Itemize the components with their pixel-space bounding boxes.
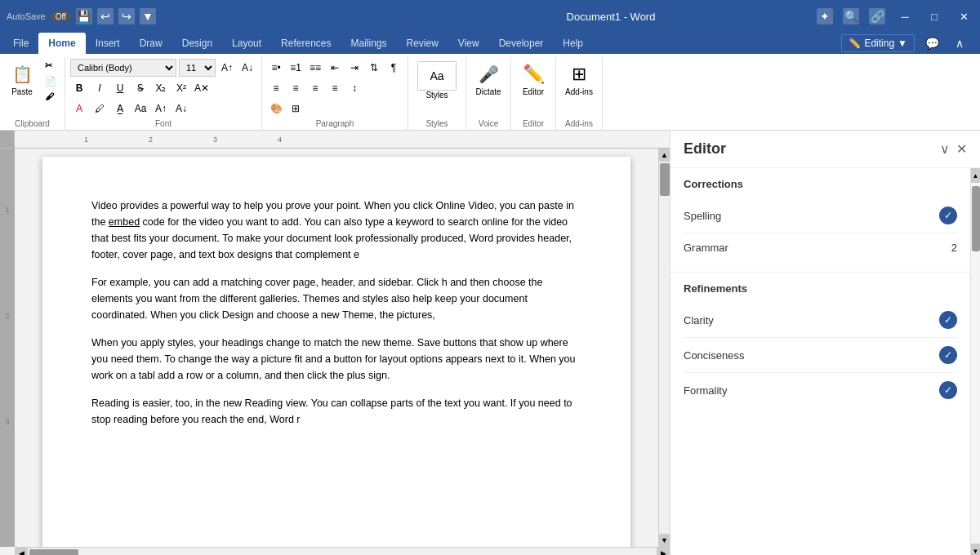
justify-button[interactable]: ≡ — [326, 79, 344, 97]
text-color-button[interactable]: A̲ — [111, 100, 129, 118]
autosave-toggle[interactable]: Off — [51, 11, 71, 22]
editor-group: ✏️ Editor Editor — [511, 57, 556, 130]
vertical-scrollbar[interactable]: ▲ ▼ — [658, 149, 670, 547]
tab-layout[interactable]: Layout — [222, 33, 271, 54]
tab-mailings[interactable]: Mailings — [341, 33, 396, 54]
font-case-btn3[interactable]: A↓ — [172, 100, 190, 118]
editing-badge[interactable]: ✏️ Editing ▼ — [841, 34, 915, 52]
font-size-select[interactable]: 11 — [179, 59, 216, 77]
bullets-button[interactable]: ≡• — [267, 59, 285, 77]
paste-icon: 📋 — [9, 61, 35, 87]
font-name-select[interactable]: Calibri (Body) — [70, 59, 176, 77]
multilevel-button[interactable]: ≡≡ — [306, 59, 324, 77]
restore-btn[interactable]: □ — [924, 7, 944, 26]
conciseness-item[interactable]: Conciseness ✓ — [684, 338, 957, 373]
pilcrow-button[interactable]: ¶ — [385, 59, 403, 77]
formality-item[interactable]: Formality ✓ — [684, 373, 957, 407]
grammar-item[interactable]: Grammar 2 — [684, 233, 957, 262]
horizontal-scrollbar[interactable]: ◀ ▶ — [15, 547, 670, 555]
editor-button[interactable]: ✏️ Editor — [516, 59, 550, 99]
copilot-icon[interactable]: ✦ — [817, 8, 833, 24]
close-btn[interactable]: ✕ — [954, 7, 973, 26]
styles-button[interactable]: Aa Styles — [413, 59, 461, 102]
align-center-button[interactable]: ≡ — [287, 79, 305, 97]
comments-icon[interactable]: 💬 — [921, 33, 942, 54]
minimize-btn[interactable]: ─ — [895, 7, 915, 26]
italic-button[interactable]: I — [91, 79, 109, 97]
bold-button[interactable]: B — [70, 79, 88, 97]
tab-file[interactable]: File — [3, 33, 38, 54]
format-painter-button[interactable]: 🖌 — [42, 90, 60, 103]
copy-button[interactable]: 📄 — [42, 74, 60, 88]
editor-collapse-icon[interactable]: ∨ — [940, 141, 950, 157]
save-icon[interactable]: 💾 — [76, 8, 92, 24]
tab-references[interactable]: References — [271, 33, 341, 54]
font-grow-button[interactable]: A↑ — [218, 59, 236, 77]
undo-icon[interactable]: ↩ — [97, 8, 114, 24]
align-right-button[interactable]: ≡ — [306, 79, 324, 97]
spelling-item[interactable]: Spelling ✓ — [684, 198, 957, 233]
paste-button[interactable]: 📋 Paste — [5, 59, 39, 99]
corrections-section: Corrections Spelling ✓ Grammar 2 — [670, 168, 970, 272]
tab-review[interactable]: Review — [397, 33, 448, 54]
font-case-button[interactable]: Aa — [131, 100, 149, 118]
tab-design[interactable]: Design — [172, 33, 222, 54]
h-scroll-thumb[interactable] — [29, 549, 78, 556]
search-icon[interactable]: 🔍 — [843, 8, 859, 24]
para-row-1: ≡• ≡1 ≡≡ ⇤ ⇥ ⇅ ¶ — [267, 59, 403, 77]
numbering-button[interactable]: ≡1 — [287, 59, 305, 77]
dictate-icon: 🎤 — [475, 61, 501, 87]
font-case-btn2[interactable]: A↑ — [152, 100, 170, 118]
panel-scroll-thumb[interactable] — [972, 186, 980, 251]
scroll-left-btn[interactable]: ◀ — [15, 548, 28, 556]
tab-developer[interactable]: Developer — [489, 33, 554, 54]
scroll-up-btn[interactable]: ▲ — [659, 149, 670, 162]
superscript-button[interactable]: X² — [172, 79, 190, 97]
redo-icon[interactable]: ↪ — [118, 8, 135, 24]
panel-scroll-up[interactable]: ▲ — [971, 168, 981, 183]
addins-button[interactable]: ⊞ Add-ins — [561, 59, 597, 99]
document-title: Document1 - Word — [567, 11, 656, 23]
editor-close-icon[interactable]: ✕ — [956, 141, 967, 157]
conciseness-check: ✓ — [939, 346, 957, 364]
ruler-right — [658, 131, 670, 148]
scroll-right-btn[interactable]: ▶ — [657, 548, 670, 556]
sort-button[interactable]: ⇅ — [365, 59, 383, 77]
font-color-button[interactable]: A — [70, 100, 88, 118]
scroll-thumb[interactable] — [660, 163, 670, 196]
font-row-1: Calibri (Body) 11 A↑ A↓ — [70, 59, 256, 77]
cut-button[interactable]: ✂ — [42, 59, 60, 73]
tab-home[interactable]: Home — [38, 33, 85, 54]
tab-view[interactable]: View — [448, 33, 489, 54]
font-shrink-button[interactable]: A↓ — [238, 59, 256, 77]
ribbon-collapse-icon[interactable]: ∧ — [949, 33, 970, 54]
ruler-mark-4: 4 — [278, 135, 282, 144]
document-page[interactable]: Video provides a powerful way to help yo… — [42, 157, 630, 547]
clarity-item[interactable]: Clarity ✓ — [684, 303, 957, 338]
paragraph-4: Reading is easier, too, in the new Readi… — [91, 395, 581, 428]
customize-icon[interactable]: ▼ — [140, 8, 156, 24]
editor-panel-actions: ∨ ✕ — [940, 141, 967, 157]
underline-button[interactable]: U — [111, 79, 129, 97]
border-button[interactable]: ⊞ — [287, 100, 305, 118]
shading-button[interactable]: 🎨 — [267, 100, 285, 118]
tab-insert[interactable]: Insert — [86, 33, 130, 54]
indent-button[interactable]: ⇥ — [345, 59, 363, 77]
subscript-button[interactable]: X₂ — [152, 79, 170, 97]
clear-format-button[interactable]: A✕ — [193, 79, 211, 97]
doc-section: 1 2 3 4 1 2 3 Video provides a powerful … — [0, 131, 670, 555]
formality-check: ✓ — [939, 381, 957, 399]
addins-label: Add-ins — [565, 87, 593, 96]
highlight-button[interactable]: 🖊 — [91, 100, 109, 118]
panel-scroll-down[interactable]: ▼ — [971, 544, 981, 555]
align-left-button[interactable]: ≡ — [267, 79, 285, 97]
dictate-button[interactable]: 🎤 Dictate — [471, 59, 506, 99]
outdent-button[interactable]: ⇤ — [326, 59, 344, 77]
share-icon[interactable]: 🔗 — [869, 8, 885, 24]
panel-vertical-scroll[interactable]: ▲ ▼ — [970, 168, 980, 555]
line-spacing-button[interactable]: ↕ — [345, 79, 363, 97]
strikethrough-button[interactable]: S̶ — [131, 79, 149, 97]
tab-help[interactable]: Help — [553, 33, 593, 54]
scroll-down-btn[interactable]: ▼ — [659, 534, 670, 547]
tab-draw[interactable]: Draw — [130, 33, 172, 54]
